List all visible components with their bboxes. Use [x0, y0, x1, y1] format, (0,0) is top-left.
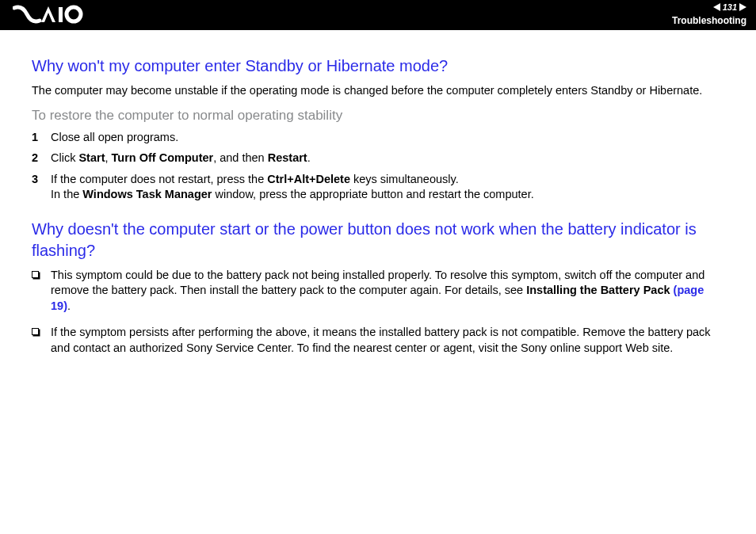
question-2-bullets: This symptom could be due to the battery… — [32, 268, 724, 357]
checkbox-bullet-icon — [32, 325, 51, 338]
page-nav: 131 Troubleshooting — [672, 2, 746, 27]
text-run: keys simultaneously. — [350, 173, 459, 185]
svg-marker-0 — [41, 6, 55, 22]
step-text: If the computer does not restart, press … — [51, 172, 724, 203]
restore-steps-list: 1 Close all open programs. 2 Click Start… — [32, 130, 724, 203]
prev-page-arrow-icon[interactable] — [713, 3, 720, 11]
question-1-heading: Why won't my computer enter Standby or H… — [32, 55, 724, 77]
next-page-arrow-icon[interactable] — [739, 3, 746, 11]
checkbox-bullet-icon — [32, 268, 51, 281]
step-2: 2 Click Start, Turn Off Computer, and th… — [32, 151, 724, 166]
text-run: window, press the appropriate button and… — [212, 188, 533, 200]
step-text: Close all open programs. — [51, 130, 724, 146]
step-3: 3 If the computer does not restart, pres… — [32, 172, 724, 203]
bullet-2: If the symptom persists after performing… — [32, 325, 724, 356]
section-name: Troubleshooting — [672, 14, 746, 27]
page-content: Why won't my computer enter Standby or H… — [0, 30, 756, 357]
text-run: , and then — [213, 151, 268, 164]
bullet-text: If the symptom persists after performing… — [51, 325, 724, 356]
bullet-1: This symptom could be due to the battery… — [32, 268, 724, 315]
text-run: . — [307, 151, 311, 164]
bold-run: Turn Off Computer — [112, 151, 214, 164]
svg-rect-1 — [59, 7, 63, 22]
bold-run: Windows Task Manager — [82, 188, 212, 200]
bold-run: Restart — [268, 151, 307, 164]
header-bar: 131 Troubleshooting — [0, 0, 756, 30]
bullet-text: This symptom could be due to the battery… — [51, 268, 724, 315]
step-number: 2 — [32, 151, 51, 166]
question-2-heading: Why doesn't the computer start or the po… — [32, 219, 724, 261]
text-run: Click — [51, 151, 78, 164]
step-1: 1 Close all open programs. — [32, 130, 724, 146]
question-1-intro: The computer may become unstable if the … — [32, 83, 724, 99]
svg-point-2 — [67, 7, 81, 21]
question-1-subhead: To restore the computer to normal operat… — [32, 107, 724, 125]
text-run: In the — [51, 188, 82, 200]
bold-run: Start — [78, 151, 105, 164]
bold-run: Ctrl+Alt+Delete — [267, 173, 350, 185]
step-number: 3 — [32, 172, 51, 188]
text-run: . — [67, 299, 71, 312]
page-number: 131 — [723, 2, 737, 13]
bold-run: Installing the Battery Pack — [526, 284, 670, 296]
text-run: If the computer does not restart, press … — [51, 173, 267, 185]
step-text: Click Start, Turn Off Computer, and then… — [51, 151, 724, 166]
text-run: , — [105, 151, 112, 164]
step-number: 1 — [32, 130, 51, 146]
vaio-logo — [13, 3, 84, 30]
